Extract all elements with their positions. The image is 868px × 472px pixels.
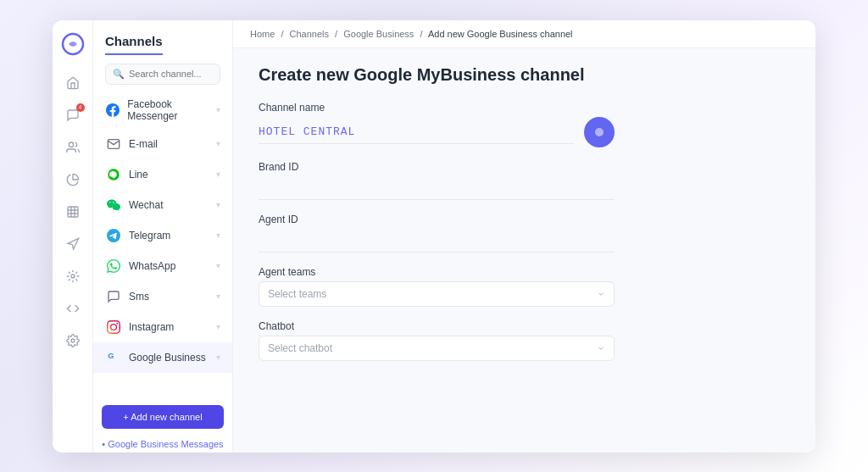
form-area: Create new Google MyBusiness channel Cha… [233, 48, 815, 453]
chatbot-placeholder: Select chatbot [268, 342, 332, 354]
channel-expand-sms[interactable]: ▾ [216, 292, 220, 301]
svg-point-1 [69, 142, 73, 147]
sidebar-item-settings[interactable] [59, 327, 86, 354]
channel-item-line[interactable]: Line ▾ [93, 159, 232, 190]
chatbot-chevron [597, 344, 605, 353]
channel-item-google-business[interactable]: G Google Business ▾ [93, 342, 232, 373]
svg-rect-2 [68, 207, 78, 217]
sms-icon [105, 288, 122, 305]
channel-name-instagram: Instagram [129, 321, 174, 333]
channel-item-instagram[interactable]: Instagram ▾ [93, 312, 232, 342]
app-window: 4 [53, 20, 815, 453]
channel-expand-wechat[interactable]: ▾ [216, 200, 220, 209]
sidebar-icon-rail: 4 [53, 20, 93, 453]
breadcrumb-home[interactable]: Home [250, 29, 275, 39]
channel-name-email: E-mail [129, 138, 158, 150]
svg-text:G: G [108, 352, 114, 360]
channel-expand-google-business[interactable]: ▾ [216, 353, 220, 362]
form-title: Create new Google MyBusiness channel [259, 65, 790, 85]
breadcrumb-current: Add new Google Business channel [428, 29, 573, 39]
line-icon [105, 166, 122, 183]
channel-expand-facebook[interactable]: ▾ [216, 105, 220, 114]
channel-item-facebook[interactable]: Facebook Messenger ▾ [93, 92, 232, 129]
email-icon [105, 136, 122, 153]
google-business-messages-link[interactable]: • Google Business Messages [93, 436, 232, 453]
wechat-icon [105, 197, 122, 214]
chatbot-select[interactable]: Select chatbot [259, 336, 615, 361]
brand-id-input[interactable] [259, 176, 615, 200]
agent-teams-placeholder: Select teams [268, 288, 326, 300]
sidebar-item-reports[interactable] [59, 166, 86, 193]
app-logo[interactable] [59, 31, 86, 58]
telegram-icon [105, 227, 122, 244]
add-channel-button[interactable]: + Add new channel [102, 405, 224, 429]
main-content: Home / Channels / Google Business / Add … [233, 20, 815, 453]
agent-id-group: Agent ID [259, 214, 790, 253]
channel-items-list: Facebook Messenger ▾ E-mail ▾ [93, 92, 232, 398]
breadcrumb-channels[interactable]: Channels [290, 29, 329, 39]
facebook-icon [105, 102, 120, 119]
chat-badge: 4 [76, 103, 85, 112]
channel-name-line: Line [129, 169, 148, 180]
channel-expand-telegram[interactable]: ▾ [216, 230, 220, 240]
channel-name-row [259, 117, 615, 147]
channel-name-wechat: Wechat [129, 199, 163, 211]
verify-button[interactable] [584, 117, 615, 147]
whatsapp-icon [105, 258, 122, 275]
channel-name-sms: Sms [129, 291, 149, 303]
google-business-icon: G [105, 349, 122, 366]
sidebar-item-chat[interactable]: 4 [59, 102, 86, 129]
instagram-icon [105, 319, 122, 336]
svg-point-7 [71, 275, 75, 278]
svg-point-8 [71, 339, 75, 342]
channel-name-facebook: Facebook Messenger [127, 98, 216, 122]
sidebar-item-users[interactable] [59, 134, 86, 161]
agent-teams-label: Agent teams [259, 266, 790, 278]
channel-item-telegram[interactable]: Telegram ▾ [93, 220, 232, 251]
agent-teams-select[interactable]: Select teams [259, 281, 615, 307]
search-input[interactable] [129, 69, 213, 79]
breadcrumb-google-business[interactable]: Google Business [343, 29, 414, 39]
brand-id-group: Brand ID [259, 161, 790, 200]
channel-expand-line[interactable]: ▾ [216, 169, 220, 179]
channels-title: Channels [105, 34, 163, 55]
agent-id-input[interactable] [259, 229, 615, 253]
channel-item-email[interactable]: E-mail ▾ [93, 129, 232, 159]
agent-teams-chevron [597, 290, 605, 298]
agent-id-label: Agent ID [259, 214, 790, 225]
channel-search-box[interactable]: 🔍 [105, 64, 220, 85]
channel-list-panel: Channels 🔍 Facebook Messenger ▾ [93, 20, 233, 453]
agent-teams-group: Agent teams Select teams [259, 266, 790, 307]
sidebar-item-campaigns[interactable] [59, 230, 86, 258]
sidebar-item-integrations[interactable] [59, 263, 86, 290]
channel-name-group: Channel name [259, 102, 790, 147]
sidebar-item-home[interactable] [59, 69, 86, 97]
channel-item-whatsapp[interactable]: WhatsApp ▾ [93, 251, 232, 281]
channel-list-header: Channels 🔍 [93, 20, 232, 92]
channel-expand-email[interactable]: ▾ [216, 139, 220, 148]
search-icon: 🔍 [113, 69, 125, 80]
channel-item-wechat[interactable]: Wechat ▾ [93, 190, 232, 220]
breadcrumb: Home / Channels / Google Business / Add … [233, 20, 815, 48]
chatbot-label: Chatbot [259, 320, 790, 332]
sidebar-item-code[interactable] [59, 295, 86, 322]
channel-item-sms[interactable]: Sms ▾ [93, 281, 232, 312]
sidebar-item-table[interactable] [59, 198, 86, 225]
channel-name-google-business: Google Business [129, 352, 206, 364]
brand-id-label: Brand ID [259, 161, 790, 173]
channel-name-label: Channel name [259, 102, 790, 114]
channel-name-input[interactable] [259, 120, 574, 144]
channel-name-whatsapp: WhatsApp [129, 260, 175, 272]
channel-expand-instagram[interactable]: ▾ [216, 322, 220, 331]
channel-name-telegram: Telegram [129, 230, 170, 242]
channel-expand-whatsapp[interactable]: ▾ [216, 261, 220, 270]
chatbot-group: Chatbot Select chatbot [259, 320, 790, 361]
